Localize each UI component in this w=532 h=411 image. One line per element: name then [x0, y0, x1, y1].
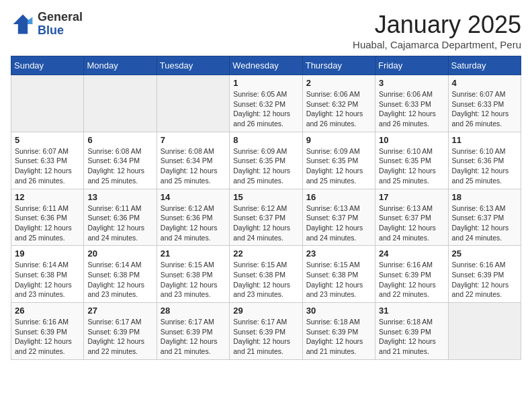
- title-area: January 2025 Huabal, Cajamarca Departmen…: [353, 11, 521, 50]
- calendar-cell: 5Sunrise: 6:07 AMSunset: 6:33 PMDaylight…: [11, 132, 84, 189]
- calendar-cell: 4Sunrise: 6:07 AMSunset: 6:33 PMDaylight…: [448, 75, 521, 132]
- day-number: 8: [233, 135, 298, 145]
- day-info: Sunrise: 6:16 AMSunset: 6:39 PMDaylight:…: [15, 317, 80, 357]
- calendar-cell: 25Sunrise: 6:16 AMSunset: 6:39 PMDayligh…: [448, 246, 521, 303]
- day-info: Sunrise: 6:16 AMSunset: 6:39 PMDaylight:…: [379, 260, 444, 300]
- calendar-cell: 23Sunrise: 6:15 AMSunset: 6:38 PMDayligh…: [302, 246, 375, 303]
- calendar-cell: 28Sunrise: 6:17 AMSunset: 6:39 PMDayligh…: [157, 303, 229, 360]
- day-number: 10: [379, 135, 444, 145]
- weekday-wednesday: Wednesday: [230, 56, 302, 75]
- day-number: 4: [452, 78, 517, 88]
- day-number: 24: [379, 248, 444, 259]
- day-info: Sunrise: 6:06 AMSunset: 6:32 PMDaylight:…: [306, 89, 371, 129]
- day-number: 9: [306, 135, 371, 145]
- day-info: Sunrise: 6:18 AMSunset: 6:39 PMDaylight:…: [306, 317, 371, 357]
- logo: General Blue: [11, 11, 83, 38]
- weekday-sunday: Sunday: [11, 56, 84, 75]
- day-number: 11: [452, 135, 517, 145]
- logo-blue-label: Blue: [38, 24, 83, 38]
- day-info: Sunrise: 6:17 AMSunset: 6:39 PMDaylight:…: [161, 317, 226, 357]
- calendar-cell: [157, 75, 229, 132]
- calendar-cell: 1Sunrise: 6:05 AMSunset: 6:32 PMDaylight…: [230, 75, 302, 132]
- day-number: 21: [161, 248, 226, 259]
- calendar-cell: 8Sunrise: 6:09 AMSunset: 6:35 PMDaylight…: [230, 132, 302, 189]
- calendar-body: 1Sunrise: 6:05 AMSunset: 6:32 PMDaylight…: [11, 75, 521, 360]
- week-row-4: 26Sunrise: 6:16 AMSunset: 6:39 PMDayligh…: [11, 303, 521, 360]
- day-info: Sunrise: 6:14 AMSunset: 6:38 PMDaylight:…: [87, 260, 152, 300]
- day-number: 13: [87, 192, 152, 202]
- weekday-tuesday: Tuesday: [157, 56, 229, 75]
- logo-text: General Blue: [38, 11, 83, 38]
- day-number: 25: [452, 248, 517, 259]
- day-info: Sunrise: 6:13 AMSunset: 6:37 PMDaylight:…: [379, 203, 444, 243]
- calendar: SundayMondayTuesdayWednesdayThursdayFrid…: [11, 56, 521, 360]
- day-number: 28: [161, 306, 226, 316]
- day-info: Sunrise: 6:09 AMSunset: 6:35 PMDaylight:…: [233, 146, 298, 186]
- day-number: 17: [379, 192, 444, 202]
- calendar-cell: 10Sunrise: 6:10 AMSunset: 6:35 PMDayligh…: [375, 132, 448, 189]
- day-number: 27: [87, 306, 152, 316]
- calendar-cell: 3Sunrise: 6:06 AMSunset: 6:33 PMDaylight…: [375, 75, 448, 132]
- day-number: 22: [233, 248, 298, 259]
- weekday-thursday: Thursday: [302, 56, 375, 75]
- calendar-cell: 27Sunrise: 6:17 AMSunset: 6:39 PMDayligh…: [84, 303, 157, 360]
- day-info: Sunrise: 6:05 AMSunset: 6:32 PMDaylight:…: [233, 89, 298, 129]
- calendar-cell: 18Sunrise: 6:13 AMSunset: 6:37 PMDayligh…: [448, 189, 521, 246]
- calendar-cell: 20Sunrise: 6:14 AMSunset: 6:38 PMDayligh…: [84, 246, 157, 303]
- day-info: Sunrise: 6:12 AMSunset: 6:37 PMDaylight:…: [233, 203, 298, 243]
- logo-general-label: General: [38, 11, 83, 24]
- calendar-cell: 19Sunrise: 6:14 AMSunset: 6:38 PMDayligh…: [11, 246, 84, 303]
- calendar-cell: 30Sunrise: 6:18 AMSunset: 6:39 PMDayligh…: [302, 303, 375, 360]
- week-row-3: 19Sunrise: 6:14 AMSunset: 6:38 PMDayligh…: [11, 246, 521, 303]
- day-number: 31: [379, 306, 444, 316]
- day-info: Sunrise: 6:15 AMSunset: 6:38 PMDaylight:…: [306, 260, 371, 300]
- day-number: 15: [233, 192, 298, 202]
- day-number: 6: [87, 135, 152, 145]
- calendar-cell: 17Sunrise: 6:13 AMSunset: 6:37 PMDayligh…: [375, 189, 448, 246]
- day-info: Sunrise: 6:17 AMSunset: 6:39 PMDaylight:…: [87, 317, 152, 357]
- day-info: Sunrise: 6:06 AMSunset: 6:33 PMDaylight:…: [379, 89, 444, 129]
- calendar-cell: 7Sunrise: 6:08 AMSunset: 6:34 PMDaylight…: [157, 132, 229, 189]
- weekday-monday: Monday: [84, 56, 157, 75]
- week-row-1: 5Sunrise: 6:07 AMSunset: 6:33 PMDaylight…: [11, 132, 521, 189]
- month-title: January 2025: [353, 11, 521, 39]
- week-row-0: 1Sunrise: 6:05 AMSunset: 6:32 PMDaylight…: [11, 75, 521, 132]
- header: General Blue January 2025 Huabal, Cajama…: [11, 11, 521, 50]
- day-info: Sunrise: 6:09 AMSunset: 6:35 PMDaylight:…: [306, 146, 371, 186]
- calendar-cell: 14Sunrise: 6:12 AMSunset: 6:36 PMDayligh…: [157, 189, 229, 246]
- day-info: Sunrise: 6:13 AMSunset: 6:37 PMDaylight:…: [452, 203, 517, 243]
- day-info: Sunrise: 6:11 AMSunset: 6:36 PMDaylight:…: [15, 203, 80, 243]
- day-number: 2: [306, 78, 371, 88]
- location-title: Huabal, Cajamarca Department, Peru: [353, 39, 521, 50]
- day-number: 3: [379, 78, 444, 88]
- day-number: 7: [161, 135, 226, 145]
- day-info: Sunrise: 6:18 AMSunset: 6:39 PMDaylight:…: [379, 317, 444, 357]
- calendar-cell: 26Sunrise: 6:16 AMSunset: 6:39 PMDayligh…: [11, 303, 84, 360]
- day-info: Sunrise: 6:10 AMSunset: 6:36 PMDaylight:…: [452, 146, 517, 186]
- day-number: 18: [452, 192, 517, 202]
- day-info: Sunrise: 6:17 AMSunset: 6:39 PMDaylight:…: [233, 317, 298, 357]
- day-info: Sunrise: 6:08 AMSunset: 6:34 PMDaylight:…: [161, 146, 226, 186]
- day-info: Sunrise: 6:14 AMSunset: 6:38 PMDaylight:…: [15, 260, 80, 300]
- day-number: 12: [15, 192, 80, 202]
- calendar-cell: 16Sunrise: 6:13 AMSunset: 6:37 PMDayligh…: [302, 189, 375, 246]
- calendar-cell: 6Sunrise: 6:08 AMSunset: 6:34 PMDaylight…: [84, 132, 157, 189]
- weekday-saturday: Saturday: [448, 56, 521, 75]
- calendar-cell: [84, 75, 157, 132]
- weekday-friday: Friday: [375, 56, 448, 75]
- day-info: Sunrise: 6:12 AMSunset: 6:36 PMDaylight:…: [161, 203, 226, 243]
- svg-marker-1: [28, 17, 32, 24]
- day-info: Sunrise: 6:08 AMSunset: 6:34 PMDaylight:…: [87, 146, 152, 186]
- weekday-row: SundayMondayTuesdayWednesdayThursdayFrid…: [11, 56, 521, 75]
- week-row-2: 12Sunrise: 6:11 AMSunset: 6:36 PMDayligh…: [11, 189, 521, 246]
- day-info: Sunrise: 6:16 AMSunset: 6:39 PMDaylight:…: [452, 260, 517, 300]
- calendar-cell: 11Sunrise: 6:10 AMSunset: 6:36 PMDayligh…: [448, 132, 521, 189]
- calendar-cell: 15Sunrise: 6:12 AMSunset: 6:37 PMDayligh…: [230, 189, 302, 246]
- day-number: 26: [15, 306, 80, 316]
- day-number: 14: [161, 192, 226, 202]
- day-number: 20: [87, 248, 152, 259]
- day-number: 30: [306, 306, 371, 316]
- calendar-cell: 31Sunrise: 6:18 AMSunset: 6:39 PMDayligh…: [375, 303, 448, 360]
- calendar-header: SundayMondayTuesdayWednesdayThursdayFrid…: [11, 56, 521, 75]
- day-info: Sunrise: 6:07 AMSunset: 6:33 PMDaylight:…: [452, 89, 517, 129]
